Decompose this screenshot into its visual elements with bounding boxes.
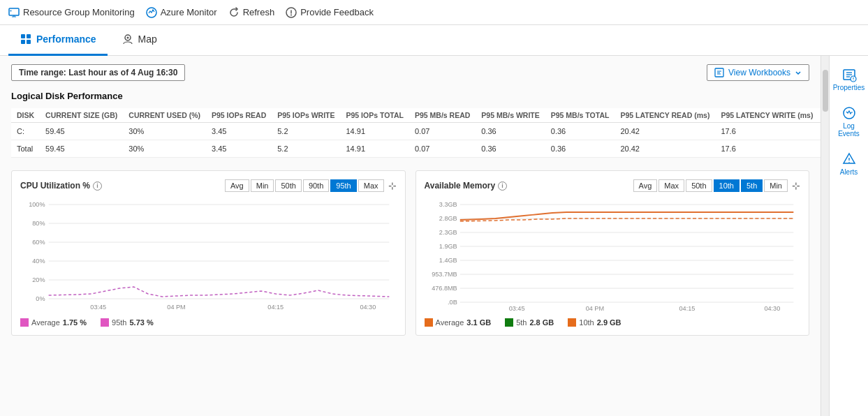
- scrollbar-thumb[interactable]: [823, 70, 828, 112]
- memory-info-icon[interactable]: i: [498, 181, 507, 191]
- alerts-button[interactable]: Alerts: [830, 146, 868, 181]
- mem-avg-color: [425, 318, 433, 327]
- svg-text:2.8GB: 2.8GB: [439, 215, 457, 222]
- table-row: C: 59.45 30% 3.45 5.2 14.91 0.07 0.36 0.…: [11, 123, 821, 140]
- refresh-icon: [228, 7, 240, 18]
- svg-text:04 PM: 04 PM: [585, 305, 603, 312]
- svg-point-9: [126, 37, 128, 39]
- resource-group-monitoring-nav[interactable]: Resource Group Monitoring: [8, 7, 135, 18]
- svg-text:03:45: 03:45: [90, 304, 106, 311]
- svg-text:40%: 40%: [32, 258, 45, 265]
- cpu-btn-avg[interactable]: Avg: [225, 179, 249, 192]
- cpu-btn-min[interactable]: Min: [251, 179, 274, 192]
- svg-text:04:15: 04:15: [267, 304, 284, 311]
- svg-point-1: [10, 10, 12, 11]
- refresh-label: Refresh: [243, 7, 275, 17]
- mem-btn-max[interactable]: Max: [659, 179, 684, 192]
- disk-used: 30%: [123, 140, 206, 158]
- cpu-btn-50th[interactable]: 50th: [275, 179, 301, 192]
- top-navigation: Resource Group Monitoring Azure Monitor …: [0, 0, 868, 25]
- svg-text:1.4GB: 1.4GB: [439, 257, 457, 264]
- time-range-value: Last hour as of 4 Aug 16:30: [68, 68, 177, 77]
- disk-iops-total: 14.91: [341, 140, 409, 158]
- mem-btn-10th[interactable]: 10th: [714, 179, 740, 192]
- cpu-chart-header: CPU Utilization % i Avg Min 50th 90th 95…: [20, 179, 397, 192]
- disk-mbs-write: 0.36: [476, 123, 545, 140]
- memory-chart-area: 3.3GB 2.8GB 2.3GB 1.9GB 1.4GB 953.7MB 47…: [425, 198, 801, 313]
- memory-chart-buttons: Avg Max 50th 10th 5th Min ⊹: [633, 179, 800, 192]
- col-mbs-read: P95 MB/s READ: [409, 108, 476, 123]
- cpu-info-icon[interactable]: i: [93, 181, 102, 191]
- disk-lat-write: 17.6: [715, 123, 818, 140]
- cpu-btn-95th[interactable]: 95th: [330, 179, 356, 192]
- col-used: CURRENT USED (%): [123, 108, 206, 123]
- tab-performance[interactable]: Performance: [8, 25, 108, 56]
- col-lat-read: P95 LATENCY READ (ms): [615, 108, 715, 123]
- svg-rect-0: [9, 8, 19, 15]
- svg-text:60%: 60%: [32, 239, 45, 246]
- mem-btn-min[interactable]: Min: [764, 179, 788, 192]
- svg-text:04 PM: 04 PM: [167, 304, 185, 311]
- mem-btn-5th[interactable]: 5th: [741, 179, 763, 192]
- log-events-label: Log Events: [832, 122, 865, 138]
- disk-size: 59.45: [40, 140, 123, 158]
- azure-monitor-nav[interactable]: Azure Monitor: [146, 7, 217, 18]
- log-events-icon: [841, 105, 857, 121]
- cpu-chart-area: 100% 80% 60% 40% 20% 0% 03:45 04 PM 04:1…: [20, 198, 397, 313]
- feedback-label: Provide Feedback: [300, 7, 374, 17]
- properties-icon: [841, 67, 857, 82]
- time-range-prefix: Time range:: [19, 68, 68, 77]
- svg-rect-5: [27, 34, 31, 38]
- disk-mbs-total: 0.36: [545, 123, 615, 140]
- cpu-pin-button[interactable]: ⊹: [388, 180, 397, 191]
- alerts-icon: [841, 151, 857, 167]
- alerts-label: Alerts: [840, 168, 858, 176]
- feedback-nav[interactable]: Provide Feedback: [286, 7, 374, 18]
- svg-text:.0B: .0B: [448, 299, 457, 306]
- scrollbar[interactable]: [821, 56, 829, 416]
- cpu-chart-buttons: Avg Min 50th 90th 95th Max ⊹: [225, 179, 397, 192]
- disk-mbs-read: 0.07: [409, 140, 476, 158]
- workbooks-icon: [714, 68, 724, 77]
- svg-text:04:30: 04:30: [764, 305, 780, 312]
- tab-map[interactable]: Map: [110, 25, 168, 56]
- resource-group-label: Resource Group Monitoring: [23, 7, 135, 17]
- mem-btn-avg[interactable]: Avg: [633, 179, 658, 192]
- performance-tab-icon: [20, 33, 32, 45]
- svg-text:953.7MB: 953.7MB: [432, 271, 457, 278]
- cpu-95th-color: [101, 318, 109, 327]
- memory-chart-card: Available Memory i Avg Max 50th 10th 5th…: [415, 170, 810, 336]
- cpu-chart-title: CPU Utilization % i: [20, 181, 102, 191]
- table-row: Total 59.45 30% 3.45 5.2 14.91 0.07 0.36…: [11, 140, 821, 158]
- cpu-chart-svg: 100% 80% 60% 40% 20% 0% 03:45 04 PM 04:1…: [20, 198, 397, 313]
- svg-text:04:15: 04:15: [679, 305, 695, 312]
- refresh-nav[interactable]: Refresh: [228, 7, 275, 18]
- properties-button[interactable]: Properties: [830, 61, 868, 97]
- right-sidebar: Properties Log Events Alerts: [829, 56, 868, 416]
- disk-iops-read: 3.45: [206, 123, 272, 140]
- svg-point-53: [853, 80, 853, 80]
- azure-monitor-label: Azure Monitor: [161, 7, 217, 17]
- charts-row: CPU Utilization % i Avg Min 50th 90th 95…: [11, 170, 809, 336]
- time-range-button[interactable]: Time range: Last hour as of 4 Aug 16:30: [11, 64, 185, 81]
- disk-iops-total: 14.91: [341, 123, 409, 140]
- cpu-chart-legend: Average 1.75 % 95th 5.73 %: [20, 318, 397, 327]
- svg-text:20%: 20%: [32, 276, 45, 283]
- cpu-btn-max[interactable]: Max: [358, 179, 384, 192]
- disk-lat-read: 20.42: [615, 140, 715, 158]
- logical-disk-section: Logical Disk Performance DISK CURRENT SI…: [11, 91, 809, 158]
- col-disk: DISK: [11, 108, 40, 123]
- main-layout: Time range: Last hour as of 4 Aug 16:30 …: [0, 56, 868, 416]
- view-workbooks-button[interactable]: View Workbooks: [707, 64, 809, 81]
- svg-text:0%: 0%: [36, 295, 45, 302]
- log-events-button[interactable]: Log Events: [830, 100, 868, 143]
- content-area: Time range: Last hour as of 4 Aug 16:30 …: [0, 56, 821, 416]
- col-iops-read: P95 IOPs READ: [206, 108, 272, 123]
- mem-btn-50th[interactable]: 50th: [686, 179, 712, 192]
- col-mbs-total: P95 MB/s TOTAL: [545, 108, 615, 123]
- svg-text:04:30: 04:30: [360, 304, 376, 311]
- mem-pin-button[interactable]: ⊹: [792, 180, 800, 191]
- svg-text:2.3GB: 2.3GB: [439, 229, 457, 236]
- disk-name: C:: [11, 123, 40, 140]
- cpu-btn-90th[interactable]: 90th: [303, 179, 329, 192]
